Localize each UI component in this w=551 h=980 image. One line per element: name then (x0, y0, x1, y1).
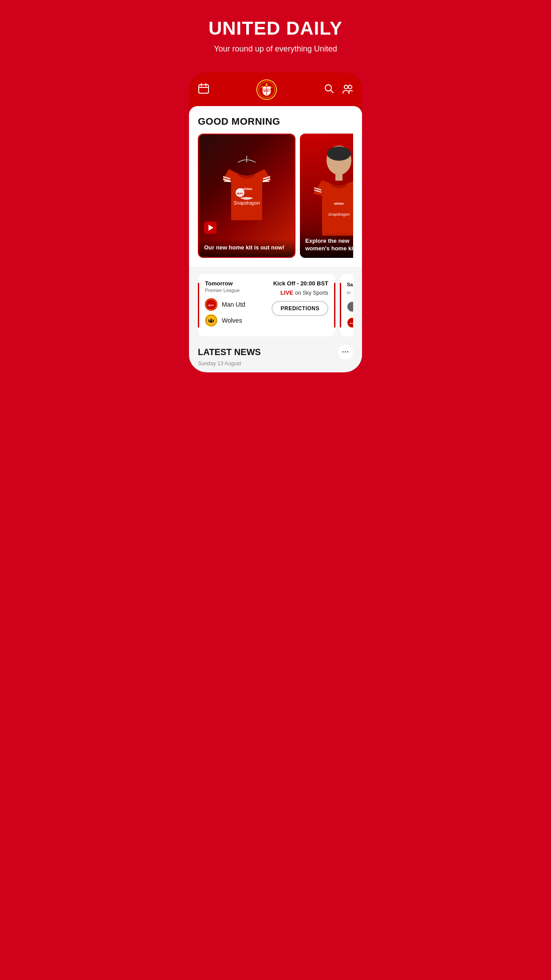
fixture-card-partial: Sa Pr MUFC (340, 274, 353, 336)
svg-point-44 (209, 320, 210, 321)
app-content: GOOD MORNING (189, 106, 362, 372)
fixture-team-home: MUFC Man Utd (205, 298, 264, 311)
predictions-button[interactable]: PREDICTIONS (272, 301, 328, 316)
news-cards-container: adidas MUFC Snapdragon (189, 134, 362, 267)
svg-point-46 (347, 302, 353, 312)
greeting-section: GOOD MORNING (189, 106, 362, 134)
more-options-button[interactable]: ··· (338, 344, 353, 360)
card-title-2: Explore the new women's home kit (305, 237, 353, 253)
svg-text:MUFC: MUFC (209, 304, 215, 307)
fixture-card-1[interactable]: Tomorrow Premier League MUFC (198, 274, 335, 336)
latest-news-section: LATEST NEWS ··· Sunday 13 August (189, 336, 362, 367)
svg-line-10 (331, 91, 334, 93)
live-label: LIVE (280, 289, 293, 296)
phone-screen: MUFC (189, 72, 362, 372)
page-wrapper: UNITED DAILY Your round up of everything… (184, 0, 367, 980)
partial-badge-2: MUFC (347, 317, 353, 330)
nav-logo[interactable]: MUFC (256, 79, 277, 100)
svg-line-16 (224, 181, 231, 182)
partial-badge-1 (347, 301, 353, 314)
partial-fixture-competition: Pr (347, 291, 353, 295)
wolves-badge (205, 314, 217, 327)
nav-left (198, 83, 209, 97)
card-image-2: adidas Snapdragon (300, 134, 353, 258)
fixture-left: Tomorrow Premier League MUFC (205, 280, 264, 330)
news-card-1[interactable]: adidas MUFC Snapdragon (198, 134, 295, 258)
card-overlay-2: Explore the new women's home kit (300, 232, 353, 258)
svg-text:MUFC: MUFC (350, 322, 353, 324)
search-icon[interactable] (324, 83, 335, 96)
kickoff-time: Kick Off - 20:00 BST (271, 280, 328, 287)
nav-right (324, 83, 353, 96)
club-crest: MUFC (256, 79, 277, 100)
latest-news-date: Sunday 13 August (198, 360, 353, 367)
fixture-when: Tomorrow (205, 280, 264, 287)
fixture-competition: Premier League (205, 288, 264, 293)
greeting-title: GOOD MORNING (198, 116, 353, 127)
svg-rect-0 (199, 85, 209, 93)
calendar-icon[interactable] (198, 83, 209, 97)
svg-rect-26 (335, 173, 342, 181)
hero-header: UNITED DAILY Your round up of everything… (184, 13, 367, 68)
svg-text:Snapdragon: Snapdragon (328, 212, 350, 217)
partial-fixture-when: Sa (347, 282, 353, 287)
svg-line-19 (263, 181, 269, 182)
man-utd-badge: MUFC (205, 298, 217, 311)
latest-news-title: LATEST NEWS (198, 347, 261, 357)
svg-text:Snapdragon: Snapdragon (233, 200, 260, 205)
svg-point-11 (344, 85, 348, 89)
svg-text:adidas: adidas (334, 202, 344, 205)
partial-fixture-content: Sa Pr MUFC (347, 280, 353, 330)
svg-point-12 (348, 85, 352, 89)
profile-icon[interactable] (342, 83, 353, 96)
svg-point-45 (212, 320, 213, 321)
news-cards-row: adidas MUFC Snapdragon (198, 134, 353, 258)
fixture-top: Tomorrow Premier League MUFC (205, 280, 328, 330)
live-channel: on Sky Sports (295, 290, 328, 296)
app-navbar: MUFC (189, 72, 362, 106)
home-team-name: Man Utd (222, 301, 245, 308)
away-team-name: Wolves (222, 317, 242, 324)
more-dots-icon: ··· (342, 348, 349, 356)
fixtures-section: Tomorrow Premier League MUFC (189, 267, 362, 336)
fixture-scroll: Tomorrow Premier League MUFC (198, 274, 353, 336)
phone-frame: MUFC (189, 72, 362, 372)
hero-title: UNITED DAILY (193, 18, 358, 39)
svg-text:MUFC: MUFC (237, 192, 244, 195)
play-icon (209, 225, 213, 231)
svg-point-25 (327, 146, 351, 161)
live-broadcast: LIVE on Sky Sports (271, 288, 328, 296)
fixture-right: Kick Off - 20:00 BST LIVE on Sky Sports … (271, 280, 328, 330)
hero-subtitle: Your round up of everything United (193, 43, 358, 55)
card-title-1: Our new home kit is out now! (204, 244, 289, 252)
latest-news-header: LATEST NEWS ··· (198, 344, 353, 360)
fixture-team-away: Wolves (205, 314, 264, 327)
news-card-2[interactable]: adidas Snapdragon (300, 134, 353, 258)
play-button-1[interactable] (204, 221, 216, 234)
card-overlay-1: Our new home kit is out now! (199, 239, 295, 257)
card-image-1: adidas MUFC Snapdragon (199, 134, 295, 257)
